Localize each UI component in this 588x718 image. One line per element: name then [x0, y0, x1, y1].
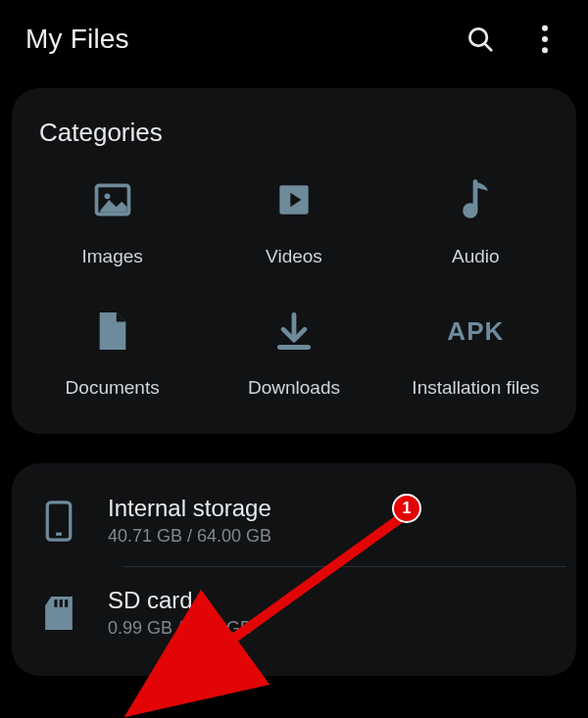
search-button[interactable]	[465, 24, 496, 55]
svg-line-1	[484, 43, 491, 50]
storage-internal[interactable]: Internal storage 40.71 GB / 64.00 GB	[22, 481, 566, 560]
divider	[123, 566, 566, 567]
category-installation-files[interactable]: APK Installation files	[385, 307, 566, 399]
category-label: Videos	[266, 246, 322, 267]
categories-heading: Categories	[22, 118, 566, 148]
documents-icon	[88, 307, 137, 356]
category-audio[interactable]: Audio	[385, 175, 566, 267]
svg-rect-14	[60, 599, 63, 607]
storage-title: Internal storage	[108, 495, 271, 522]
videos-icon	[270, 175, 318, 224]
category-downloads[interactable]: Downloads	[203, 307, 384, 399]
category-label: Downloads	[248, 377, 340, 399]
sd-card-icon	[37, 592, 80, 635]
svg-rect-15	[65, 599, 68, 607]
search-icon	[466, 24, 495, 54]
phone-storage-icon	[37, 500, 80, 543]
more-vertical-icon	[541, 24, 549, 54]
categories-grid: Images Videos	[22, 175, 566, 399]
app-header: My Files	[0, 0, 588, 72]
audio-icon	[451, 175, 500, 224]
storage-text: Internal storage 40.71 GB / 64.00 GB	[108, 495, 271, 547]
apk-icon: APK	[451, 307, 500, 356]
svg-point-6	[104, 193, 110, 199]
svg-point-8	[463, 203, 477, 217]
svg-point-3	[542, 36, 548, 42]
storage-title: SD card	[108, 587, 252, 614]
category-label: Installation files	[412, 377, 539, 399]
more-options-button[interactable]	[529, 24, 561, 55]
storage-text: SD card 0.99 GB / 1.86 GB	[108, 587, 252, 639]
svg-rect-13	[54, 599, 57, 607]
svg-point-4	[542, 47, 548, 53]
storage-card: Internal storage 40.71 GB / 64.00 GB SD …	[12, 463, 576, 676]
category-images[interactable]: Images	[22, 175, 203, 267]
category-documents[interactable]: Documents	[22, 307, 203, 399]
storage-subtitle: 40.71 GB / 64.00 GB	[108, 526, 271, 547]
svg-point-2	[542, 25, 548, 31]
category-videos[interactable]: Videos	[203, 175, 384, 267]
header-actions	[465, 24, 566, 55]
category-label: Documents	[66, 377, 160, 399]
downloads-icon	[270, 307, 318, 356]
storage-subtitle: 0.99 GB / 1.86 GB	[108, 618, 252, 639]
images-icon	[88, 175, 137, 224]
storage-sd-card[interactable]: SD card 0.99 GB / 1.86 GB	[22, 573, 566, 652]
category-label: Audio	[452, 246, 500, 267]
category-label: Images	[82, 246, 143, 267]
categories-card: Categories Images	[12, 88, 576, 434]
page-title: My Files	[25, 24, 129, 55]
